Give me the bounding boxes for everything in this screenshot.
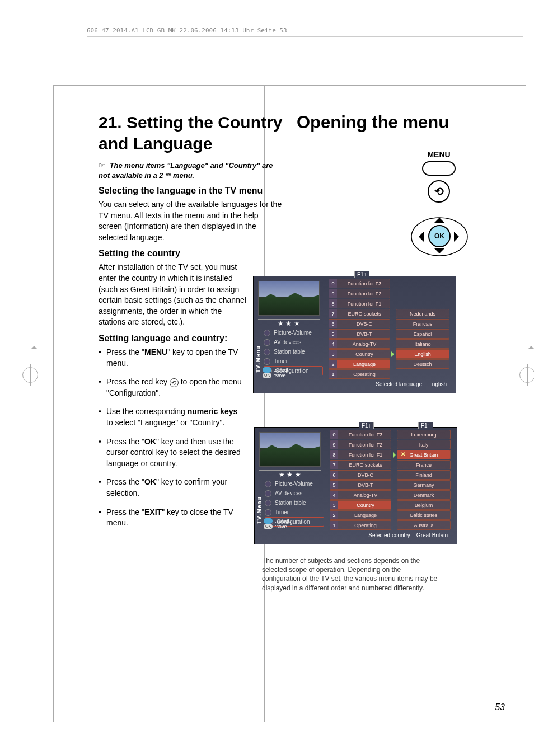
osd-rightcol: NederlandsFrancaisEspañolItalianoEnglish… <box>396 309 449 369</box>
num-badge: 5 <box>329 330 337 338</box>
osd-mid-item[interactable]: 6DVB-C <box>329 319 390 328</box>
num-badge: 7 <box>330 461 338 469</box>
bullet-icon <box>265 481 271 487</box>
osd-sidebar-item[interactable]: Timer <box>265 508 324 517</box>
print-header: 606 47 2014.A1 LCD-GB MK 22.06.2006 14:1… <box>87 27 523 37</box>
num-badge: 2 <box>329 360 337 368</box>
osd-option[interactable]: English <box>396 349 449 359</box>
mid-label: Operating <box>340 523 391 528</box>
osd-option[interactable]: Italy <box>397 440 451 449</box>
register-circle <box>22 367 38 383</box>
mid-label: Language <box>339 361 390 367</box>
osd-option[interactable]: Belgium <box>397 500 451 510</box>
menu-button[interactable] <box>422 161 456 176</box>
osd-option[interactable]: Baltic states <box>397 510 451 520</box>
osd-option[interactable]: Germany <box>397 480 451 490</box>
mid-label: Country <box>339 351 390 357</box>
menu-label: MENU <box>400 150 478 159</box>
num-badge: 9 <box>330 440 338 449</box>
cursor-ellipse <box>408 217 470 257</box>
num-badge: 6 <box>329 320 337 328</box>
osd-option[interactable]: Italiano <box>396 339 449 349</box>
num-badge: 8 <box>330 450 338 459</box>
tvmenu-label: TV-Menu <box>255 345 261 373</box>
osd-sidebar-item[interactable]: Station table <box>264 347 323 356</box>
sidebar-label: Picture-Volume <box>275 481 313 487</box>
register-tip <box>31 342 38 349</box>
osd-option[interactable]: Nederlands <box>396 309 449 318</box>
osd-mid-item[interactable]: 7EURO sockets <box>330 460 391 469</box>
osd-mid-item[interactable]: 2Language <box>329 359 390 369</box>
osd-mid-item[interactable]: 7EURO sockets <box>329 309 390 318</box>
osd-midcol: 0Function for F39Function for F28Functio… <box>329 279 390 379</box>
num-badge: 7 <box>329 309 337 318</box>
mid-label: Operating <box>339 372 390 377</box>
tvmenu-label: TV-Menu <box>256 496 263 524</box>
osd-option[interactable]: Francais <box>396 319 449 328</box>
osd-mid-item[interactable]: 3Country <box>329 349 390 359</box>
osd-sidebar-item[interactable]: Picture-Volume <box>265 479 324 489</box>
num-badge: 6 <box>330 471 338 479</box>
register-mark-right <box>519 347 534 403</box>
osd-mid-item[interactable]: 3Country <box>330 500 391 510</box>
bullet-icon <box>265 490 271 497</box>
note-text: The menu items "Language" and "Country" … <box>99 161 273 180</box>
osd-mid-item[interactable]: 6DVB-C <box>330 470 391 480</box>
bullet-icon <box>264 349 270 355</box>
osd-mid-item[interactable]: 1Operating <box>330 520 391 530</box>
back-icon: ⟲ <box>170 378 179 387</box>
osd-sidebar-item[interactable]: Picture-Volume <box>264 328 323 337</box>
osd-mid-item[interactable]: 8Function for F1 <box>329 299 390 308</box>
back-button[interactable]: ⟲ <box>428 180 450 203</box>
star-row: ★ ★ ★ <box>258 319 320 327</box>
osd-mid-item[interactable]: 4Analog-TV <box>330 490 391 500</box>
remote-diagram: MENU ⟲ OK <box>400 150 478 261</box>
osd-country: F1↑ F1↑ ★ ★ ★ TV-Menu Picture-VolumeAV d… <box>254 427 457 544</box>
osd-mid-item[interactable]: 9Function for F2 <box>330 440 391 449</box>
osd-mid-item[interactable]: 0Function for F3 <box>330 430 391 439</box>
footnote: The number of subjects and sections depe… <box>262 556 441 593</box>
osd-mid-item[interactable]: 4Analog-TV <box>329 339 390 349</box>
osd-mid-item[interactable]: 2Language <box>330 510 391 520</box>
osd-midcol: 0Function for F39Function for F28Functio… <box>330 430 391 530</box>
right-column: Opening the menu <box>297 112 521 140</box>
osd-option[interactable]: Finland <box>397 470 451 480</box>
osd-sidebar-item[interactable]: Station table <box>265 498 324 508</box>
f1-tag-2: F1↑ <box>418 422 433 429</box>
preview-thumb <box>258 281 320 316</box>
osd-option[interactable]: Australia <box>397 520 451 530</box>
step-1: Press the "MENU" key to open the TV menu… <box>99 347 245 369</box>
osd-sidebar-item[interactable]: Timer <box>264 356 323 366</box>
hint-select: :select. <box>275 518 291 524</box>
hint-save: :save. <box>275 524 288 529</box>
right-title: Opening the menu <box>297 112 521 134</box>
osd-mid-item[interactable]: 8Function for F1 <box>330 450 391 459</box>
step-4: Press the "OK" key and then use the curs… <box>99 436 245 469</box>
osd-sidebar-item[interactable]: AV devices <box>265 489 324 498</box>
num-badge: 1 <box>330 521 338 529</box>
sidebar-label: AV devices <box>275 490 302 496</box>
star-row: ★ ★ ★ <box>259 470 321 478</box>
osd-option[interactable]: Deutsch <box>396 359 449 369</box>
osd-mid-item[interactable]: 5DVB-T <box>329 329 390 339</box>
num-badge: 3 <box>329 350 337 358</box>
osd-mid-item[interactable]: 9Function for F2 <box>329 289 390 298</box>
osd-sidebar-item[interactable]: AV devices <box>264 337 323 347</box>
osd-option[interactable]: Español <box>396 329 449 339</box>
mid-label: Function for F3 <box>339 281 390 287</box>
osd-mid-item[interactable]: 5DVB-T <box>330 480 391 490</box>
mid-label: Language <box>340 513 391 518</box>
osd-option[interactable]: France <box>397 460 451 469</box>
osd-mid-item[interactable]: 1Operating <box>329 369 390 379</box>
status-label: Selected language <box>376 381 422 387</box>
num-badge: 8 <box>329 299 337 308</box>
osd-option[interactable]: Luxemburg <box>397 430 451 439</box>
print-header-rule <box>87 36 523 37</box>
osd-mid-item[interactable]: 0Function for F3 <box>329 279 390 288</box>
num-badge: 9 <box>329 289 337 298</box>
mid-label: DVB-T <box>340 482 391 488</box>
num-badge: 5 <box>330 481 338 489</box>
osd-option[interactable]: Denmark <box>397 490 451 500</box>
subhead-country: Setting the country <box>99 248 283 259</box>
hint-save: :save <box>274 373 286 378</box>
